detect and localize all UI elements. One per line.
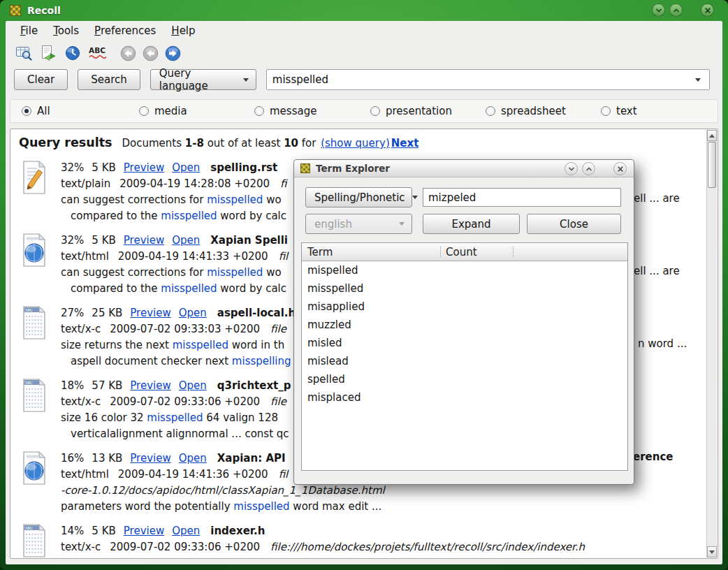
open-link[interactable]: Open	[179, 307, 207, 319]
open-link[interactable]: Open	[179, 379, 207, 392]
term-row[interactable]: mislead	[302, 352, 627, 370]
snippet-text: wo	[263, 266, 281, 279]
filter-radio-all[interactable]: All	[22, 105, 50, 117]
html-file-icon	[19, 233, 51, 297]
toolbar-tools: ABC	[15, 45, 108, 61]
show-query-link[interactable]: (show query)	[321, 137, 390, 149]
radio-icon	[601, 106, 611, 116]
window-titlebar[interactable]: Recoll	[0, 0, 728, 21]
language-label: english	[314, 218, 352, 231]
column-resize-handle[interactable]	[513, 247, 514, 257]
term-explorer-dialog: Term Explorer Spelling/Phonetic english …	[293, 159, 634, 485]
doc-url: file	[270, 395, 286, 408]
term-row[interactable]: misspelled	[302, 279, 627, 298]
reindex-icon[interactable]	[40, 45, 57, 61]
filter-label: spreadsheet	[501, 105, 566, 117]
open-link[interactable]: Open	[172, 161, 200, 174]
roll-down-icon[interactable]	[652, 3, 665, 17]
close-icon[interactable]	[701, 3, 714, 17]
clock-icon[interactable]	[64, 45, 81, 61]
filter-radio-media[interactable]: media	[139, 105, 187, 117]
term-column-header[interactable]: Term	[307, 243, 333, 261]
expansion-mode-combo[interactable]: Spelling/Phonetic	[305, 187, 412, 207]
scroll-down-button[interactable]	[707, 546, 717, 557]
results-scrollbar[interactable]	[706, 130, 717, 557]
open-link[interactable]: Open	[172, 525, 200, 537]
term-input[interactable]	[423, 188, 621, 207]
highlight-term: misspelled	[161, 210, 217, 222]
term-cell: misspelled	[307, 282, 363, 295]
summary-text: for	[298, 137, 319, 149]
roll-down-icon[interactable]	[565, 162, 578, 175]
filter-radio-presentation[interactable]: presentation	[370, 105, 452, 117]
toolbar-navigation	[120, 45, 181, 61]
search-entry-combo[interactable]	[266, 69, 710, 90]
term-row[interactable]: misapplied	[302, 298, 627, 316]
doc-date: 2009-07-02 09:33:06 +0200	[110, 395, 260, 408]
preview-link[interactable]: Preview	[130, 452, 170, 465]
count-column-header[interactable]: Count	[446, 243, 477, 261]
recoll-window: Recoll FileToolsPreferencesHelp ABC C	[0, 0, 728, 570]
dialog-title: Term Explorer	[316, 163, 390, 174]
term-cell: misled	[307, 337, 342, 349]
preview-link[interactable]: Preview	[124, 234, 164, 247]
snippet-text: wo	[263, 193, 281, 206]
snippet-text: size returns the next	[61, 339, 173, 351]
expand-button[interactable]: Expand	[423, 214, 520, 234]
radio-icon	[486, 106, 495, 116]
preview-link[interactable]: Preview	[124, 161, 164, 174]
doc-url: fil	[279, 250, 289, 263]
roll-up-icon[interactable]	[582, 162, 595, 175]
html-file-icon	[19, 451, 51, 515]
clear-button[interactable]: Clear	[14, 69, 68, 90]
result-filename: Xapian: API	[217, 452, 286, 465]
highlight-term: misspelled	[161, 282, 217, 295]
snippet-text: verticalalignment alignnormal ... const …	[71, 428, 289, 440]
scroll-up-button[interactable]	[707, 130, 717, 141]
relevance-percent: 27%	[61, 307, 84, 319]
preview-link[interactable]: Preview	[124, 525, 164, 537]
svg-text:SRC: SRC	[25, 381, 33, 385]
filter-radio-message[interactable]: message	[254, 105, 316, 117]
query-mode-combo[interactable]: Query language	[150, 69, 256, 90]
roll-up-icon[interactable]	[669, 3, 683, 17]
open-link[interactable]: Open	[179, 452, 207, 465]
term-row[interactable]: mispelled	[302, 261, 627, 279]
menu-tools[interactable]: Tools	[47, 22, 85, 39]
search-button[interactable]: Search	[78, 69, 140, 90]
term-row[interactable]: spelled	[302, 370, 627, 388]
highlight-term: misspelled	[207, 266, 263, 279]
snippet-fragment: ell ... are	[634, 265, 680, 277]
term-row[interactable]: muzzled	[302, 316, 627, 334]
close-button[interactable]: Close	[527, 214, 621, 234]
preview-link[interactable]: Preview	[130, 307, 170, 319]
snippet-text: can suggest corrections for	[61, 266, 207, 279]
menu-preferences[interactable]: Preferences	[88, 22, 162, 39]
next-page-link[interactable]: Next	[391, 137, 419, 149]
chevron-down-icon	[399, 222, 405, 226]
term-table-header: Term Count	[302, 243, 627, 261]
snippet-text: size 16 color 32	[61, 411, 147, 424]
chevron-down-icon[interactable]	[695, 78, 701, 82]
table-search-icon[interactable]	[15, 45, 32, 61]
filter-label: message	[270, 105, 316, 117]
close-icon[interactable]	[613, 162, 627, 175]
filter-radio-text[interactable]: text	[601, 105, 637, 117]
term-table: Term Count mispelledmisspelledmisapplied…	[301, 242, 628, 471]
scroll-thumb[interactable]	[708, 142, 716, 188]
forward-icon[interactable]	[165, 45, 181, 61]
term-explorer-titlebar[interactable]: Term Explorer	[294, 160, 634, 177]
result-filename: aspell-local.h	[217, 307, 296, 319]
search-query-input[interactable]	[267, 73, 695, 86]
menu-help[interactable]: Help	[165, 22, 201, 39]
open-link[interactable]: Open	[172, 234, 200, 247]
spellcheck-icon[interactable]: ABC	[89, 45, 108, 61]
result-filename: indexer.h	[210, 525, 265, 537]
menubar: FileToolsPreferencesHelp	[6, 21, 722, 41]
term-row[interactable]: misplaced	[302, 388, 627, 407]
term-row[interactable]: misled	[302, 334, 627, 352]
filter-radio-spreadsheet[interactable]: spreadsheet	[486, 105, 566, 117]
menu-file[interactable]: File	[14, 22, 44, 39]
doc-date: 2009-04-19 14:41:33 +0200	[118, 250, 268, 263]
preview-link[interactable]: Preview	[130, 379, 170, 392]
